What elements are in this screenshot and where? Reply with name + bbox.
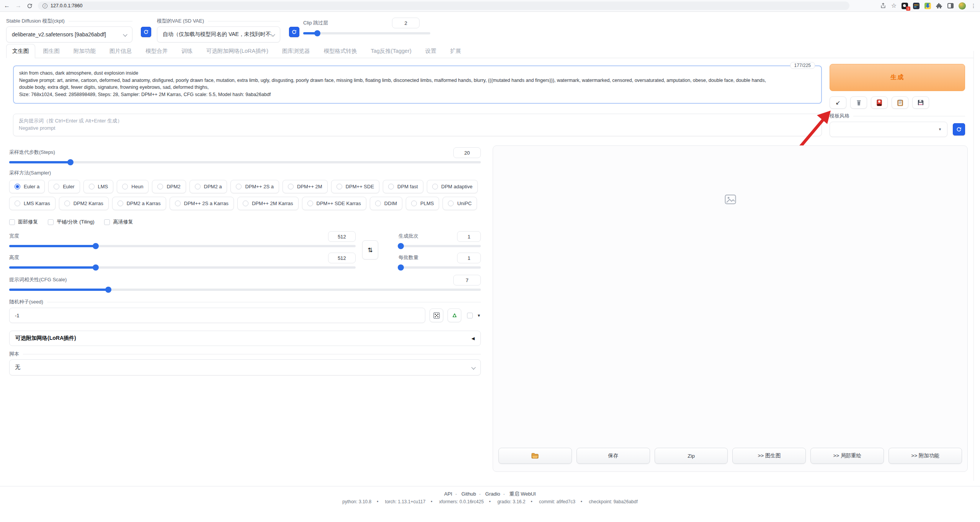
sampler-option[interactable]: DPM++ 2S a — [230, 180, 279, 193]
sampler-option[interactable]: DPM2 a Karras — [112, 197, 166, 210]
sampler-option[interactable]: DPM++ SDE Karras — [302, 197, 366, 210]
extension-icon[interactable] — [913, 3, 920, 9]
width-value[interactable]: 512 — [328, 231, 356, 242]
site-info-icon[interactable]: i — [42, 3, 47, 8]
browser-menu-icon[interactable]: ⋮ — [971, 3, 976, 9]
seed-input[interactable]: -1 — [9, 308, 425, 323]
width-slider[interactable] — [9, 245, 356, 247]
tab-image-browser[interactable]: 图库浏览器 — [276, 44, 316, 58]
radio-icon — [388, 184, 394, 189]
radio-icon — [195, 184, 201, 189]
read-generation-params-button[interactable]: ↙ — [830, 96, 846, 109]
save-button[interactable]: 保存 — [577, 448, 650, 464]
sampler-option[interactable]: DPM adaptive — [427, 180, 478, 193]
sampler-option[interactable]: DPM++ 2S a Karras — [170, 197, 234, 210]
save-style-button[interactable] — [912, 96, 929, 109]
reload-icon[interactable] — [27, 3, 33, 9]
sampler-option[interactable]: DPM++ 2M Karras — [237, 197, 299, 210]
sampler-option[interactable]: DPM2 — [152, 180, 186, 193]
address-bar[interactable]: i 127.0.0.1:7860 — [38, 2, 849, 10]
negative-prompt-textarea[interactable]: 反向提示词（按 Ctrl+Enter 或 Alt+Enter 生成） Negat… — [13, 114, 822, 136]
sampler-option[interactable]: DPM fast — [383, 180, 423, 193]
apply-styles-button[interactable] — [892, 96, 908, 109]
radio-icon — [54, 184, 59, 189]
tab-png-info[interactable]: 图片信息 — [104, 44, 137, 58]
prompt-textarea[interactable]: 177/225 skin from chaos, dark atmosphere… — [13, 65, 822, 104]
steps-value[interactable]: 20 — [453, 147, 481, 158]
link-restart-webui[interactable]: 重启 WebUI — [510, 491, 536, 497]
script-dropdown[interactable]: 无 — [9, 359, 481, 375]
sampler-option[interactable]: DPM2 a — [189, 180, 227, 193]
sampler-option[interactable]: DPM++ SDE — [331, 180, 379, 193]
batch-count-slider[interactable] — [399, 245, 481, 247]
tab-checkpoint-merger[interactable]: 模型合并 — [140, 44, 173, 58]
refresh-styles-button[interactable] — [953, 123, 965, 135]
batch-size-value[interactable]: 1 — [457, 253, 481, 263]
height-value[interactable]: 512 — [328, 253, 356, 263]
send-to-extras-button[interactable]: >> 附加功能 — [889, 448, 962, 464]
link-gradio[interactable]: Gradio — [485, 491, 500, 497]
back-icon[interactable]: ← — [4, 3, 10, 9]
cfg-slider[interactable] — [9, 289, 481, 291]
radio-icon — [411, 201, 417, 206]
cfg-value[interactable]: 7 — [453, 275, 481, 285]
generate-button[interactable]: 生成 — [830, 64, 965, 91]
tab-txt2img[interactable]: 文生图 — [6, 44, 35, 58]
link-github[interactable]: Github — [461, 491, 476, 497]
extra-networks-button[interactable] — [871, 96, 888, 109]
extensions-puzzle-icon[interactable] — [936, 3, 942, 9]
tab-model-converter[interactable]: 模型格式转换 — [318, 44, 363, 58]
swap-dimensions-button[interactable]: ⇅ — [362, 240, 378, 259]
hires-fix-checkbox[interactable]: 高清修复 — [104, 219, 133, 225]
tab-tagger[interactable]: Tag反推(Tagger) — [365, 44, 417, 58]
sampler-option[interactable]: LMS — [83, 180, 114, 193]
tab-extras[interactable]: 附加功能 — [68, 44, 101, 58]
reuse-seed-button[interactable] — [448, 308, 461, 322]
bookmark-star-icon[interactable]: ☆ — [891, 3, 897, 9]
clear-prompt-button[interactable] — [850, 96, 867, 109]
zip-button[interactable]: Zip — [655, 448, 728, 464]
restore-faces-checkbox[interactable]: 面部修复 — [9, 219, 38, 225]
sampler-option[interactable]: Euler — [48, 180, 80, 193]
refresh-vae-button[interactable] — [289, 27, 299, 37]
sampler-option[interactable]: DPM2 Karras — [59, 197, 109, 210]
sampler-option[interactable]: Heun — [117, 180, 149, 193]
random-seed-button[interactable] — [430, 308, 443, 322]
vae-dropdown[interactable]: 自动（仅加载与模型同名的 VAE，未找到时不加载） — [157, 26, 280, 42]
share-icon[interactable] — [880, 3, 886, 9]
send-to-img2img-button[interactable]: >> 图生图 — [732, 448, 806, 464]
model-dropdown[interactable]: deliberate_v2.safetensors [9aba26abdf] — [6, 26, 132, 42]
forward-icon[interactable]: → — [15, 3, 21, 9]
tab-img2img[interactable]: 图生图 — [38, 44, 66, 58]
tab-extensions[interactable]: 扩展 — [444, 44, 467, 58]
link-api[interactable]: API — [444, 491, 452, 497]
height-slider[interactable] — [9, 266, 356, 269]
send-to-inpaint-button[interactable]: >> 局部重绘 — [810, 448, 884, 464]
seed-extra-arrow-icon[interactable]: ▼ — [477, 313, 481, 318]
sampler-option[interactable]: Euler a — [9, 180, 45, 193]
sampler-option[interactable]: PLMS — [406, 197, 439, 210]
lora-accordion[interactable]: 可选附加网络(LoRA插件) ◀ — [9, 331, 481, 346]
tab-train[interactable]: 训练 — [176, 44, 198, 58]
tiling-checkbox[interactable]: 平铺/分块 (Tiling) — [48, 219, 94, 225]
extra-seed-checkbox[interactable] — [467, 313, 473, 318]
batch-size-slider[interactable] — [399, 266, 481, 269]
sampler-option[interactable]: DDIM — [370, 197, 402, 210]
model-value: deliberate_v2.safetensors [9aba26abdf] — [12, 31, 106, 38]
refresh-model-button[interactable] — [141, 27, 151, 37]
steps-slider[interactable] — [9, 161, 481, 163]
side-panel-icon[interactable] — [947, 3, 954, 8]
tab-settings[interactable]: 设置 — [420, 44, 442, 58]
open-folder-button[interactable] — [498, 448, 572, 464]
extension-icon[interactable]: 1 — [902, 3, 908, 9]
sampler-option[interactable]: UniPC — [443, 197, 477, 210]
styles-dropdown[interactable]: ▼ — [830, 122, 947, 137]
profile-avatar[interactable] — [959, 2, 966, 10]
clip-skip-value[interactable]: 2 — [392, 18, 420, 28]
download-manager-icon[interactable] — [924, 3, 931, 9]
sampler-option[interactable]: DPM++ 2M — [283, 180, 328, 193]
clip-skip-slider[interactable] — [303, 32, 430, 34]
batch-count-value[interactable]: 1 — [457, 231, 481, 242]
sampler-option[interactable]: LMS Karras — [9, 197, 56, 210]
tab-additional-networks[interactable]: 可选附加网络(LoRA插件) — [201, 44, 274, 58]
